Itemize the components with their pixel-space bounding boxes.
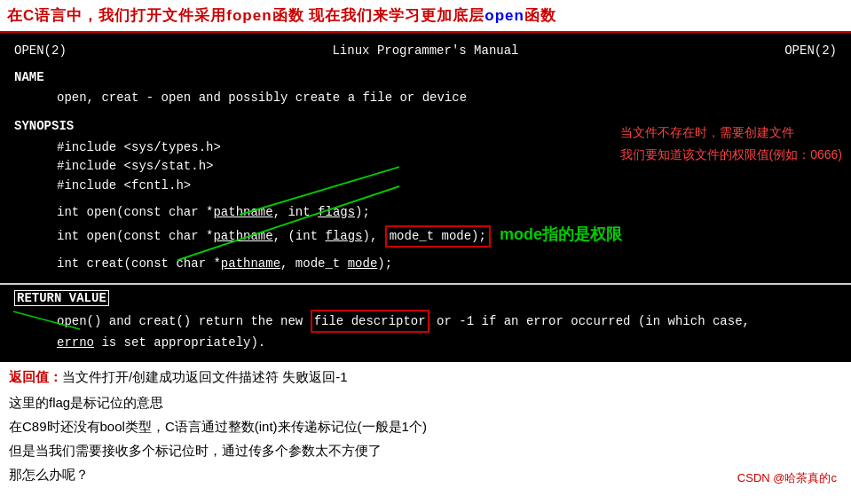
return-value-line: 返回值：当文件打开/创建成功返回文件描述符 失败返回-1: [9, 369, 842, 386]
flag-line1: 这里的flag是标记位的意思: [9, 390, 842, 414]
open-sig1: int open(const char *pathname, int flags…: [14, 203, 837, 223]
annotation-line2: 我们要知道该文件的权限值(例如：0666): [620, 144, 842, 166]
creat-sig: int creat(const char *pathname, mode_t m…: [14, 255, 837, 274]
flag-line3: 但是当我们需要接收多个标记位时，通过传多个参数太不方便了: [9, 438, 842, 462]
pathname-underline1: pathname: [213, 205, 272, 219]
bottom-area: 返回值：当文件打开/创建成功返回文件描述符 失败返回-1 这里的flag是标记位…: [0, 362, 851, 495]
open-sig2: int open(const char *pathname, (int flag…: [14, 223, 837, 248]
return-value-text: 当文件打开/创建成功返回文件描述符 失败返回-1: [62, 369, 348, 384]
annotation-line1: 当文件不存在时，需要创建文件: [620, 122, 842, 144]
mode-box: mode_t mode);: [385, 225, 491, 248]
terminal-top-bar: OPEN(2) Linux Programmer's Manual OPEN(2…: [14, 42, 837, 61]
terminal: OPEN(2) Linux Programmer's Manual OPEN(2…: [0, 33, 851, 283]
return-post: or -1 if an error occurred (in which cas…: [429, 314, 750, 328]
open2-right: OPEN(2): [784, 42, 837, 61]
terminal-wrapper: OPEN(2) Linux Programmer's Manual OPEN(2…: [0, 33, 851, 362]
open2-left: OPEN(2): [14, 42, 67, 61]
mode-underline: mode: [348, 256, 378, 271]
return-pre: open() and creat() return the new: [57, 314, 303, 328]
csdn-label: CSDN @哈茶真的c: [737, 470, 837, 486]
errno-text: errno: [57, 335, 94, 350]
return-text: open() and creat() return the new file d…: [14, 310, 837, 353]
file-descriptor-box: file descriptor: [311, 310, 429, 333]
top-header: 在C语言中，我们打开文件采用fopen函数 现在我们来学习更加底层open函数: [0, 0, 851, 33]
return-text2: is set appropriately).: [94, 335, 265, 350]
name-content: open, creat - open and possibly create a…: [14, 89, 837, 108]
flag-line2: 在C89时还没有bool类型，C语言通过整数(int)来传递标记位(一般是1个): [9, 414, 842, 438]
open-highlight: open: [485, 7, 524, 24]
manual-title: Linux Programmer's Manual: [332, 42, 518, 61]
pathname-underline3: pathname: [221, 256, 280, 271]
include3: #include <fcntl.h>: [14, 177, 837, 196]
return-label-red: 返回值：: [9, 369, 62, 384]
return-section: RETURN VALUE open() and creat() return t…: [0, 283, 851, 362]
return-value-label: RETURN VALUE: [14, 290, 109, 306]
flags-underline1: flags: [318, 205, 355, 219]
pathname-underline2: pathname: [213, 229, 272, 243]
header-text: 在C语言中，我们打开文件采用fopen函数 现在我们来学习更加底层open函数: [7, 7, 556, 24]
flag-lines: 这里的flag是标记位的意思 在C89时还没有bool类型，C语言通过整数(in…: [9, 390, 842, 486]
flags-underline2: flags: [325, 229, 362, 243]
flag-line4: 那怎么办呢？: [9, 462, 842, 486]
annotation-right: 当文件不存在时，需要创建文件 我们要知道该文件的权限值(例如：0666): [620, 122, 842, 165]
mode-label: mode指的是权限: [500, 225, 622, 243]
name-label: NAME: [14, 68, 837, 88]
